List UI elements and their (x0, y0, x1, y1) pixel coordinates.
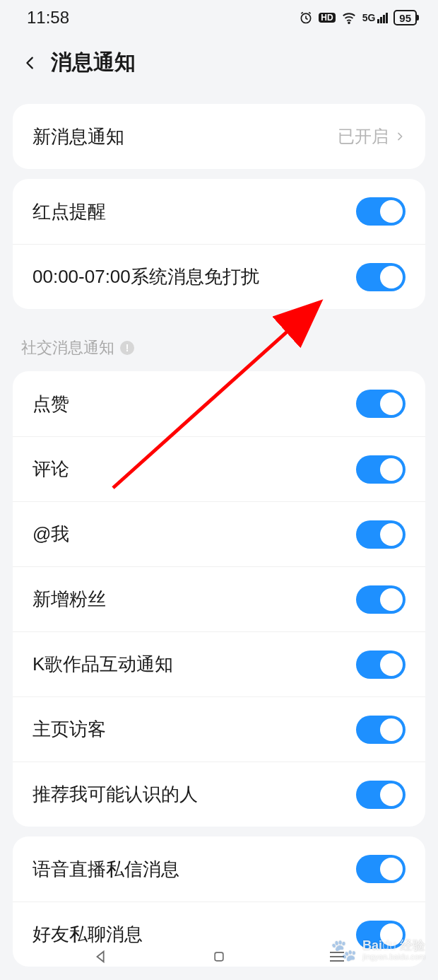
page-header: 消息通知 (0, 35, 438, 94)
row-visitors: 主页访客 (13, 696, 425, 762)
card-new-message: 新消息通知 已开启 (13, 104, 425, 169)
row-label: 评论 (32, 457, 69, 482)
toggle-suggest[interactable] (356, 781, 406, 809)
toggle-visitors[interactable] (356, 716, 406, 744)
row-new-fans: 新增粉丝 (13, 566, 425, 631)
row-voice-dm: 语音直播私信消息 (13, 836, 425, 902)
row-label: 语音直播私信消息 (32, 857, 179, 882)
row-label: 主页访客 (32, 717, 106, 742)
toggle-like[interactable] (356, 390, 406, 418)
row-label: 推荐我可能认识的人 (32, 782, 198, 807)
nav-recent-button[interactable] (327, 947, 347, 967)
chevron-right-icon (394, 131, 406, 142)
row-label: K歌作品互动通知 (32, 652, 173, 677)
system-nav-bar (0, 933, 438, 980)
wifi-icon (341, 10, 357, 25)
back-button[interactable] (20, 52, 41, 74)
svg-rect-5 (215, 952, 223, 961)
row-red-dot: 红点提醒 (13, 179, 425, 244)
svg-marker-4 (97, 952, 104, 962)
status-icons: HD 5G 95 (299, 10, 417, 25)
info-icon[interactable]: ! (120, 341, 134, 355)
battery-indicator: 95 (393, 10, 417, 25)
row-dnd: 00:00-07:00系统消息免打扰 (13, 244, 425, 309)
hd-icon: HD (319, 13, 335, 23)
card-social: 点赞 评论 @我 新增粉丝 K歌作品互动通知 主页访客 推荐我可能认识的人 (13, 371, 425, 827)
toggle-red-dot[interactable] (356, 197, 406, 226)
row-value: 已开启 (338, 125, 406, 148)
row-at-me: @我 (13, 501, 425, 566)
row-comment: 评论 (13, 436, 425, 501)
nav-back-button[interactable] (91, 947, 111, 967)
row-label: 新增粉丝 (32, 587, 106, 612)
alarm-icon (299, 11, 313, 25)
row-label: @我 (32, 522, 69, 547)
status-bar: 11:58 HD 5G 95 (0, 0, 438, 35)
row-label: 新消息通知 (32, 124, 124, 149)
toggle-dnd[interactable] (356, 263, 406, 291)
toggle-voice-dm[interactable] (356, 855, 406, 883)
row-label: 红点提醒 (32, 199, 106, 224)
row-label: 点赞 (32, 392, 69, 416)
row-new-message[interactable]: 新消息通知 已开启 (13, 104, 425, 169)
nav-home-button[interactable] (209, 947, 229, 967)
row-label: 00:00-07:00系统消息免打扰 (32, 264, 259, 289)
row-ksong: K歌作品互动通知 (13, 631, 425, 696)
svg-point-1 (348, 22, 350, 23)
row-like: 点赞 (13, 371, 425, 436)
section-title-social: 社交消息通知 ! (0, 319, 438, 361)
row-suggest: 推荐我可能认识的人 (13, 762, 425, 827)
signal-5g-icon: 5G (362, 12, 389, 23)
toggle-at-me[interactable] (356, 520, 406, 549)
toggle-comment[interactable] (356, 455, 406, 484)
card-reminders: 红点提醒 00:00-07:00系统消息免打扰 (13, 179, 425, 309)
toggle-ksong[interactable] (356, 651, 406, 679)
status-time: 11:58 (27, 8, 69, 28)
toggle-new-fans[interactable] (356, 585, 406, 614)
page-title: 消息通知 (51, 48, 136, 77)
